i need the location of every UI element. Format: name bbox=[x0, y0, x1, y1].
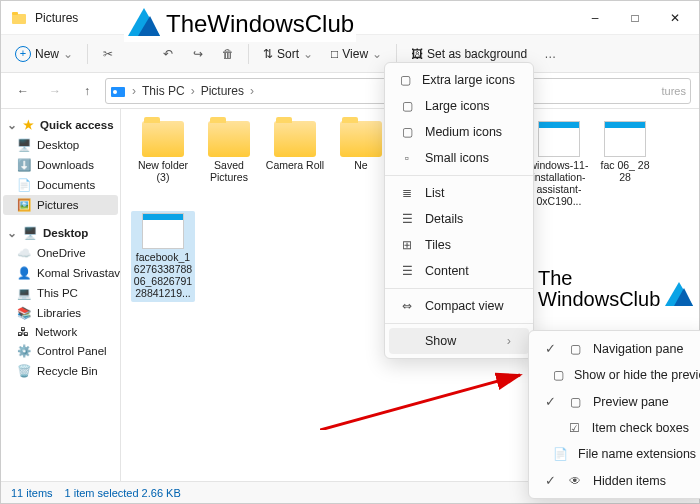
folder-icon bbox=[208, 121, 250, 157]
view-menu-item[interactable]: ☰Details bbox=[385, 206, 533, 232]
maximize-button[interactable]: □ bbox=[615, 3, 655, 33]
sidebar-item-this-pc[interactable]: 💻This PC bbox=[3, 283, 118, 303]
sidebar-item-label: Recycle Bin bbox=[37, 365, 98, 377]
menu-item-icon: ▢ bbox=[567, 395, 583, 409]
nav-back-button[interactable]: ← bbox=[9, 77, 37, 105]
sidebar-item-network[interactable]: 🖧Network bbox=[3, 323, 118, 341]
menu-item-label: Content bbox=[425, 264, 469, 278]
folder-icon bbox=[274, 121, 316, 157]
view-menu-item[interactable]: ⇔Compact view bbox=[385, 293, 533, 319]
menu-item-label: Small icons bbox=[425, 151, 489, 165]
svg-rect-0 bbox=[12, 14, 26, 24]
file-item[interactable]: facebook_16276338788 06_6826791 28841219… bbox=[131, 211, 195, 301]
copy-button[interactable] bbox=[124, 40, 152, 68]
menu-item-label: Tiles bbox=[425, 238, 451, 252]
menu-separator bbox=[385, 323, 533, 324]
more-button[interactable]: … bbox=[537, 40, 565, 68]
show-menu-item[interactable]: ▢Show or hide the preview pa bbox=[529, 362, 700, 388]
sidebar-item-pictures[interactable]: 🖼️Pictures bbox=[3, 195, 118, 215]
nav-forward-button[interactable]: → bbox=[41, 77, 69, 105]
menu-item-icon: ☑ bbox=[566, 421, 581, 435]
nav-up-button[interactable]: ↑ bbox=[73, 77, 101, 105]
sidebar-item-label: Komal Srivastava bbox=[37, 267, 121, 279]
breadcrumb-pictures[interactable]: Pictures bbox=[201, 84, 244, 98]
show-menu-item[interactable]: ✓▢Navigation pane bbox=[529, 335, 700, 362]
quick-access-group[interactable]: ⌄ ★ Quick access bbox=[3, 115, 118, 135]
minimize-button[interactable]: – bbox=[575, 3, 615, 33]
quick-access-label: Quick access bbox=[40, 119, 114, 131]
sidebar-item-control-panel[interactable]: ⚙️Control Panel bbox=[3, 341, 118, 361]
sidebar-item-onedrive[interactable]: ☁️OneDrive bbox=[3, 243, 118, 263]
menu-item-icon: ⇔ bbox=[399, 299, 415, 313]
view-menu-item[interactable]: ≣List bbox=[385, 180, 533, 206]
cut-button[interactable]: ✂ bbox=[94, 40, 122, 68]
sidebar-item-user[interactable]: 👤Komal Srivastava bbox=[3, 263, 118, 283]
menu-item-icon: ▫ bbox=[399, 151, 415, 165]
preview-pane-content: The WindowsClub bbox=[538, 268, 698, 310]
show-menu-item[interactable]: ✓▢Preview pane bbox=[529, 388, 700, 415]
view-icon: □ bbox=[331, 47, 338, 61]
trash-icon: 🗑️ bbox=[17, 364, 31, 378]
folder-icon bbox=[340, 121, 382, 157]
share-button[interactable]: ↪ bbox=[184, 40, 212, 68]
cloud-icon: ☁️ bbox=[17, 246, 31, 260]
pictures-icon: 🖼️ bbox=[17, 198, 31, 212]
view-menu-show[interactable]: Show› bbox=[389, 328, 529, 354]
sort-button[interactable]: ⇅ Sort ⌄ bbox=[255, 43, 321, 65]
check-icon: ✓ bbox=[543, 394, 557, 409]
file-item[interactable]: windows-11-installation-assistant-0xC190… bbox=[527, 119, 591, 209]
sort-icon: ⇅ bbox=[263, 47, 273, 61]
view-button[interactable]: □ View ⌄ bbox=[323, 43, 390, 65]
menu-item-label: Extra large icons bbox=[422, 73, 515, 87]
sidebar-item-downloads[interactable]: ⬇️Downloads bbox=[3, 155, 118, 175]
sidebar-item-libraries[interactable]: 📚Libraries bbox=[3, 303, 118, 323]
documents-icon: 📄 bbox=[17, 178, 31, 192]
sidebar-item-desktop[interactable]: 🖥️Desktop bbox=[3, 135, 118, 155]
file-item[interactable]: fac 06_ 28 28 bbox=[593, 119, 657, 209]
thumbnail-icon bbox=[538, 121, 580, 157]
view-menu-item[interactable]: ▫Small icons bbox=[385, 145, 533, 171]
view-menu-item[interactable]: ▢Large icons bbox=[385, 93, 533, 119]
file-label: Saved Pictures bbox=[199, 159, 259, 183]
sidebar-item-recycle-bin[interactable]: 🗑️Recycle Bin bbox=[3, 361, 118, 381]
view-menu-item[interactable]: ▢Extra large icons bbox=[385, 67, 533, 93]
network-icon: 🖧 bbox=[17, 326, 29, 338]
view-menu-item[interactable]: ▢Medium icons bbox=[385, 119, 533, 145]
new-button[interactable]: + New ⌄ bbox=[7, 42, 81, 66]
status-count: 11 items bbox=[11, 487, 53, 499]
sidebar-item-label: This PC bbox=[37, 287, 78, 299]
thumbnail-icon bbox=[142, 213, 184, 249]
file-label: facebook_16276338788 06_6826791 28841219… bbox=[133, 251, 193, 299]
menu-item-label: Medium icons bbox=[425, 125, 502, 139]
view-menu-item[interactable]: ☰Content bbox=[385, 258, 533, 284]
user-icon: 👤 bbox=[17, 266, 31, 280]
undo-button[interactable]: ↶ bbox=[154, 40, 182, 68]
address-tail: tures bbox=[662, 85, 686, 97]
menu-item-icon: ▢ bbox=[399, 73, 412, 87]
show-menu-item[interactable]: ☑Item check boxes bbox=[529, 415, 700, 441]
show-menu-item[interactable]: ✓👁Hidden items bbox=[529, 467, 700, 494]
chevron-right-icon: › bbox=[191, 84, 195, 98]
file-item[interactable]: Camera Roll bbox=[263, 119, 327, 209]
file-item[interactable]: New folder (3) bbox=[131, 119, 195, 209]
show-submenu: ✓▢Navigation pane▢Show or hide the previ… bbox=[528, 330, 700, 499]
chevron-down-icon: ⌄ bbox=[7, 226, 17, 240]
delete-button[interactable]: 🗑 bbox=[214, 40, 242, 68]
sidebar-item-documents[interactable]: 📄Documents bbox=[3, 175, 118, 195]
menu-item-icon: ▢ bbox=[567, 342, 583, 356]
breadcrumb-this-pc[interactable]: This PC bbox=[142, 84, 185, 98]
desktop-group[interactable]: ⌄ 🖥️ Desktop bbox=[3, 223, 118, 243]
chevron-right-icon: › bbox=[132, 84, 136, 98]
file-label: Ne bbox=[354, 159, 367, 171]
sidebar-item-label: Pictures bbox=[37, 199, 79, 211]
view-menu-item[interactable]: ⊞Tiles bbox=[385, 232, 533, 258]
preview-line2: WindowsClub bbox=[538, 289, 660, 310]
file-item[interactable]: Saved Pictures bbox=[197, 119, 261, 209]
status-selection: 1 item selected 2.66 KB bbox=[65, 487, 181, 499]
menu-item-icon: ▢ bbox=[399, 99, 415, 113]
menu-item-icon: 📄 bbox=[553, 447, 568, 461]
close-button[interactable]: ✕ bbox=[655, 3, 695, 33]
menu-separator bbox=[385, 175, 533, 176]
check-icon: ✓ bbox=[543, 341, 557, 356]
show-menu-item[interactable]: 📄File name extensions bbox=[529, 441, 700, 467]
